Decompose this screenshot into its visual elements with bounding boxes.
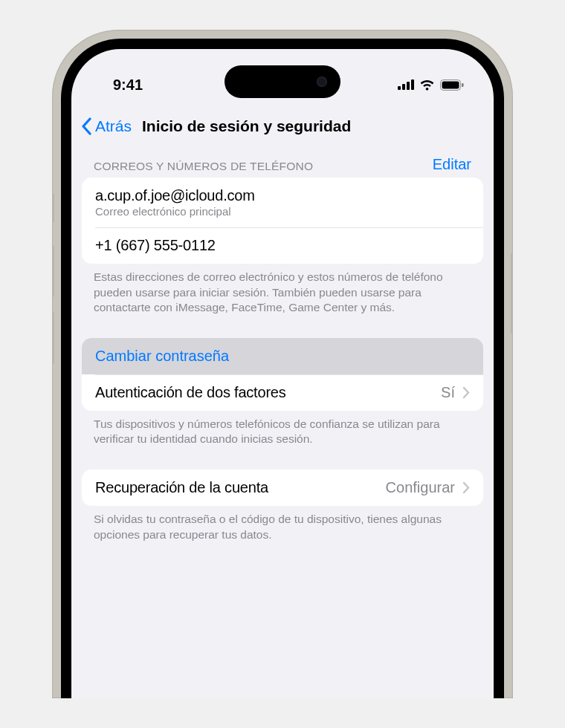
svg-rect-1	[402, 84, 405, 90]
chevron-left-icon	[80, 117, 92, 135]
back-label: Atrás	[95, 117, 132, 135]
section-label: CORREOS Y NÚMEROS DE TELÉFONO	[94, 160, 313, 173]
nav-title: Inicio de sesión y seguridad	[142, 117, 351, 135]
dynamic-island	[225, 65, 340, 98]
two-factor-value: Sí	[441, 384, 455, 401]
security-group: Cambiar contraseña Autenticación de dos …	[82, 338, 483, 411]
cellular-icon	[398, 79, 414, 90]
two-factor-row[interactable]: Autenticación de dos factores Sí	[82, 374, 483, 411]
status-icons	[398, 79, 464, 91]
recovery-section: Recuperación de la cuenta Configurar Si …	[71, 469, 494, 542]
svg-rect-5	[442, 81, 459, 88]
contacts-section: CORREOS Y NÚMEROS DE TELÉFONO Editar a.c…	[71, 156, 494, 316]
section-header: CORREOS Y NÚMEROS DE TELÉFONO Editar	[71, 156, 494, 178]
power-button	[511, 253, 513, 334]
recovery-label: Recuperación de la cuenta	[95, 479, 268, 496]
back-button[interactable]: Atrás	[80, 117, 132, 135]
volume-up-button	[52, 245, 54, 297]
battery-icon	[440, 79, 464, 91]
camera-icon	[317, 77, 327, 87]
wifi-icon	[419, 79, 435, 91]
edit-button[interactable]: Editar	[433, 156, 471, 173]
email-row[interactable]: a.cup.of.joe@icloud.com Correo electróni…	[82, 178, 483, 227]
recovery-group: Recuperación de la cuenta Configurar	[82, 469, 483, 506]
volume-down-button	[52, 312, 54, 364]
status-time: 9:41	[113, 77, 143, 94]
content: Atrás Inicio de sesión y seguridad CORRE…	[71, 49, 494, 698]
recovery-value-wrap: Configurar	[386, 479, 470, 496]
svg-rect-6	[462, 83, 464, 87]
email-sub: Correo electrónico principal	[95, 205, 470, 218]
chevron-right-icon	[462, 386, 470, 399]
phone-value: +1 (667) 555-0112	[95, 237, 470, 254]
phone-bezel: 9:41	[61, 39, 504, 698]
side-button	[52, 193, 54, 223]
contacts-group: a.cup.of.joe@icloud.com Correo electróni…	[82, 178, 483, 264]
chevron-right-icon	[462, 481, 470, 494]
recovery-row[interactable]: Recuperación de la cuenta Configurar	[82, 469, 483, 506]
phone-frame: 9:41	[52, 30, 513, 698]
svg-rect-0	[398, 86, 401, 90]
svg-rect-3	[411, 79, 414, 90]
contacts-footer: Estas direcciones de correo electrónico …	[71, 264, 494, 316]
recovery-value: Configurar	[386, 479, 455, 496]
svg-rect-2	[407, 82, 410, 90]
nav-bar: Atrás Inicio de sesión y seguridad	[71, 110, 494, 144]
change-password-row[interactable]: Cambiar contraseña	[82, 338, 483, 374]
change-password-label: Cambiar contraseña	[95, 348, 470, 365]
email-value: a.cup.of.joe@icloud.com	[95, 187, 470, 204]
security-section: Cambiar contraseña Autenticación de dos …	[71, 338, 494, 447]
screen: 9:41	[71, 49, 494, 698]
recovery-footer: Si olvidas tu contraseña o el código de …	[71, 506, 494, 542]
two-factor-value-wrap: Sí	[441, 384, 470, 401]
phone-row[interactable]: +1 (667) 555-0112	[82, 227, 483, 264]
two-factor-footer: Tus dispositivos y números telefónicos d…	[71, 411, 494, 447]
two-factor-label: Autenticación de dos factores	[95, 384, 286, 401]
